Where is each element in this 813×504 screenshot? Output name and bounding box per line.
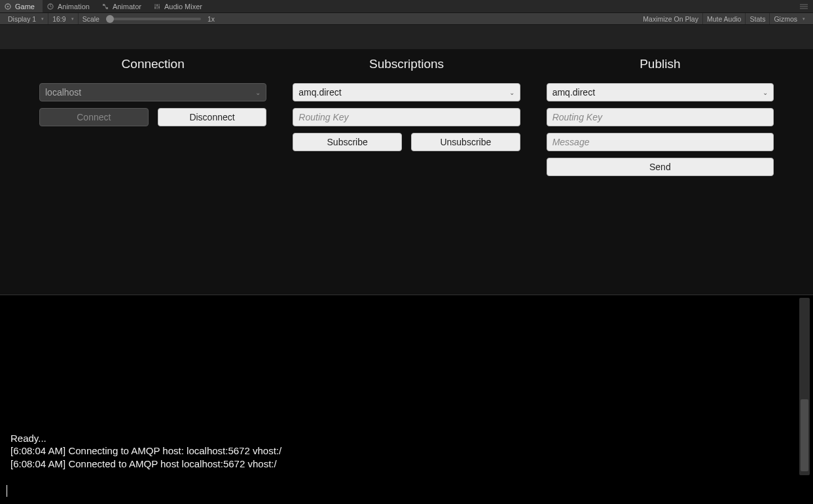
subscriptions-panel: Subscriptions amq.direct ⌄ Subscribe Uns… <box>293 57 520 176</box>
svg-point-1 <box>7 5 9 7</box>
publish-panel: Publish amq.direct ⌄ Send <box>547 57 774 176</box>
chevron-down-icon: ▾ <box>803 16 805 22</box>
tab-animator[interactable]: Animator <box>98 0 149 12</box>
subscription-routing-key-input[interactable] <box>293 108 520 126</box>
mute-audio-toggle[interactable]: Mute Audio <box>703 13 746 24</box>
publish-message-input[interactable] <box>547 133 774 151</box>
publish-exchange-dropdown[interactable]: amq.direct ⌄ <box>547 83 774 101</box>
tab-game[interactable]: Game <box>0 0 43 12</box>
publish-title: Publish <box>640 57 680 71</box>
tab-bar: Game Animation Animator Audio Mixer <box>0 0 813 13</box>
chevron-down-icon: ▾ <box>41 16 44 22</box>
game-view: Connection localhost ⌄ Connect Disconnec… <box>0 49 813 295</box>
publish-routing-key-input[interactable] <box>547 108 774 126</box>
log-scrollbar[interactable] <box>799 298 810 475</box>
host-value: localhost <box>45 87 81 98</box>
scale-label: Scale <box>82 15 99 23</box>
aspect-dropdown[interactable]: 16:9 ▾ <box>48 13 78 24</box>
tab-label: Audio Mixer <box>164 3 202 10</box>
log-panel: Ready... [6:08:04 AM] Connecting to AMQP… <box>0 295 813 478</box>
exchange-value: amq.direct <box>552 87 595 98</box>
log-output: Ready... [6:08:04 AM] Connecting to AMQP… <box>10 432 281 471</box>
game-view-header <box>0 25 813 49</box>
disconnect-label: Disconnect <box>189 112 234 122</box>
audio-mixer-icon <box>153 3 161 10</box>
scale-slider[interactable] <box>106 18 201 20</box>
display-dropdown[interactable]: Display 1 ▾ <box>4 13 48 24</box>
connection-panel: Connection localhost ⌄ Connect Disconnec… <box>39 57 266 176</box>
disconnect-button[interactable]: Disconnect <box>158 108 267 126</box>
connection-title: Connection <box>122 57 185 71</box>
chevron-down-icon: ⌄ <box>509 89 515 96</box>
svg-rect-3 <box>103 4 105 6</box>
chevron-down-icon: ⌄ <box>763 89 768 96</box>
maximize-on-play-toggle[interactable]: Maximize On Play <box>639 13 703 24</box>
stats-toggle[interactable]: Stats <box>746 13 770 24</box>
tab-label: Game <box>15 3 35 10</box>
send-label: Send <box>649 162 671 172</box>
log-line: [6:08:04 AM] Connecting to AMQP host: lo… <box>10 444 281 458</box>
svg-rect-7 <box>158 7 160 8</box>
mute-label: Mute Audio <box>707 15 742 23</box>
animation-icon <box>46 3 54 10</box>
game-icon <box>4 3 12 10</box>
subscriptions-title: Subscriptions <box>369 57 444 71</box>
slider-thumb[interactable] <box>106 15 114 23</box>
tab-label: Animation <box>58 3 90 10</box>
aspect-label: 16:9 <box>52 15 65 23</box>
send-button[interactable]: Send <box>547 158 774 176</box>
scale-value: 1x <box>208 15 215 23</box>
tab-audio-mixer[interactable]: Audio Mixer <box>149 0 210 12</box>
log-line: Ready... <box>10 432 281 445</box>
stats-label: Stats <box>750 15 765 23</box>
connect-label: Connect <box>77 112 111 122</box>
unsubscribe-button[interactable]: Unsubscribe <box>411 133 520 151</box>
chevron-down-icon: ⌄ <box>255 89 261 96</box>
subscribe-button[interactable]: Subscribe <box>293 133 402 151</box>
text-caret <box>7 485 7 497</box>
tab-label: Animator <box>113 3 141 10</box>
scrollbar-thumb[interactable] <box>801 399 808 471</box>
maximize-label: Maximize On Play <box>643 15 698 23</box>
unsubscribe-label: Unsubscribe <box>440 137 491 147</box>
gizmos-label: Gizmos <box>774 15 797 23</box>
subscription-exchange-dropdown[interactable]: amq.direct ⌄ <box>293 83 520 101</box>
host-dropdown[interactable]: localhost ⌄ <box>39 83 266 101</box>
scale-control: Scale 1x <box>79 13 219 24</box>
exchange-value: amq.direct <box>298 87 341 98</box>
display-label: Display 1 <box>8 15 36 23</box>
chevron-down-icon: ▾ <box>71 16 74 22</box>
animator-icon <box>101 3 109 10</box>
svg-rect-5 <box>154 7 156 9</box>
game-options-bar: Display 1 ▾ 16:9 ▾ Scale 1x Maximize On … <box>0 13 813 25</box>
subscribe-label: Subscribe <box>327 137 368 147</box>
log-line: [6:08:04 AM] Connected to AMQP host loca… <box>10 458 281 471</box>
svg-rect-6 <box>156 5 158 6</box>
tab-animation[interactable]: Animation <box>43 0 98 12</box>
svg-rect-4 <box>106 7 108 9</box>
panel-menu-icon[interactable] <box>800 3 813 10</box>
console-input[interactable] <box>0 478 813 504</box>
gizmos-dropdown[interactable]: Gizmos ▾ <box>770 13 809 24</box>
connect-button[interactable]: Connect <box>39 108 149 126</box>
